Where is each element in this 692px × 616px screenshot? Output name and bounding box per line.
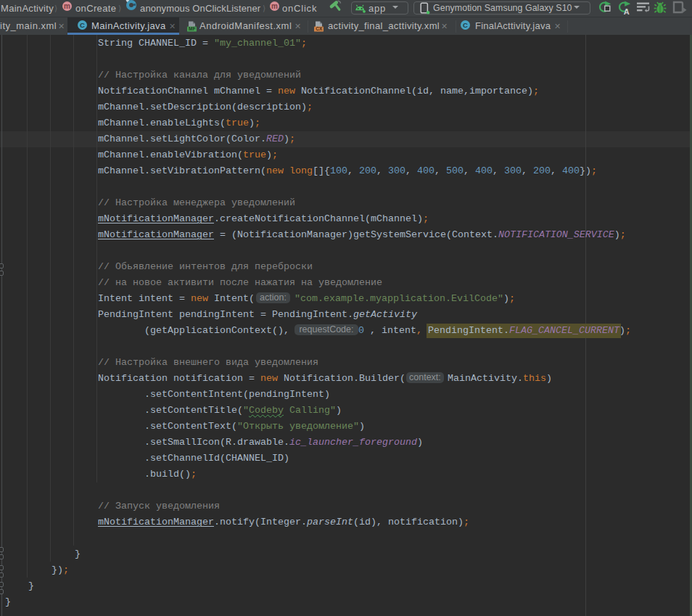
svg-text:MF: MF [189,26,195,31]
svg-text:CX: CX [316,26,323,31]
svg-text:A: A [624,7,630,16]
